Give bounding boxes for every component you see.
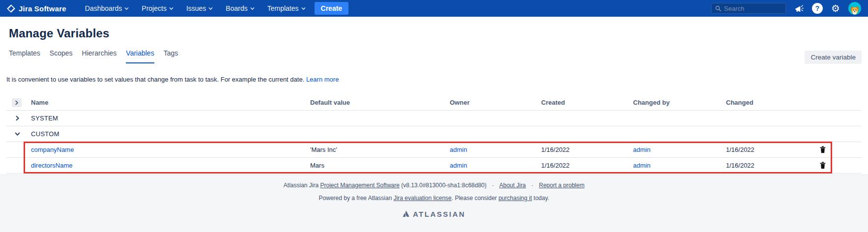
- tab-scopes[interactable]: Scopes: [50, 49, 73, 63]
- changed-by-link[interactable]: admin: [633, 162, 650, 169]
- atlassian-wordmark: ATLASSIAN: [413, 210, 465, 218]
- help-icon[interactable]: ?: [812, 3, 823, 14]
- delete-variable-button[interactable]: [819, 162, 826, 169]
- footer-version: (v8.13.0#813000-sha1:8c68d80): [401, 182, 486, 189]
- main-menu: Dashboards Projects Issues Boards Templa…: [85, 4, 306, 12]
- user-avatar[interactable]: [848, 2, 861, 15]
- table-header-row: Name Default value Owner Created Changed…: [6, 95, 862, 111]
- create-button[interactable]: Create: [315, 2, 349, 15]
- nav-dashboards-label: Dashboards: [85, 4, 122, 12]
- announcements-icon[interactable]: [794, 4, 804, 13]
- col-header-changed-by: Changed by: [633, 99, 726, 106]
- chevron-down-icon: [250, 6, 255, 11]
- chevron-down-icon: [169, 6, 174, 11]
- nav-projects-label: Projects: [142, 4, 167, 12]
- nav-dashboards[interactable]: Dashboards: [85, 4, 129, 12]
- chevron-down-icon: [301, 6, 306, 11]
- nav-boards[interactable]: Boards: [226, 4, 254, 12]
- default-value-cell: Mars: [310, 162, 450, 169]
- jira-logo-icon: [7, 4, 15, 13]
- changed-by-link[interactable]: admin: [633, 146, 650, 153]
- tab-templates[interactable]: Templates: [9, 49, 40, 63]
- page-footer: Atlassian Jira Project Management Softwa…: [0, 174, 868, 232]
- group-label-custom: CUSTOM: [31, 130, 310, 138]
- brand-label: Jira Software: [19, 4, 66, 13]
- nav-templates-label: Templates: [267, 4, 299, 12]
- nav-right-actions: ? ⚙: [711, 2, 861, 15]
- manage-variables-page: Manage Variables Create variable Templat…: [0, 17, 868, 174]
- tab-tags[interactable]: Tags: [164, 49, 178, 63]
- footer-today: today.: [534, 195, 550, 202]
- separator-dot: ·: [492, 182, 494, 189]
- create-variable-button[interactable]: Create variable: [805, 51, 862, 64]
- separator-dot: ·: [531, 182, 533, 189]
- gear-icon[interactable]: ⚙: [831, 3, 840, 13]
- jira-brand[interactable]: Jira Software: [7, 4, 66, 13]
- page-description: It is convenient to use variables to set…: [6, 76, 862, 83]
- trash-icon: [819, 146, 826, 153]
- chevron-down-icon: [124, 6, 129, 11]
- delete-variable-button[interactable]: [819, 146, 826, 153]
- expand-all-button[interactable]: [12, 98, 22, 107]
- tab-variables[interactable]: Variables: [126, 49, 154, 63]
- footer-line2: Powered by a free Atlassian Jira evaluat…: [0, 195, 868, 202]
- chevron-right-icon: [14, 100, 19, 105]
- changed-cell: 1/16/2022: [726, 162, 819, 169]
- footer-powered-by: Powered by a free Atlassian: [319, 195, 392, 202]
- page-title: Manage Variables: [9, 27, 862, 40]
- project-management-software-link[interactable]: Project Management Software: [320, 182, 400, 189]
- expand-system-button[interactable]: [15, 116, 31, 121]
- evaluation-license-link[interactable]: Jira evaluation license: [394, 195, 452, 202]
- about-jira-link[interactable]: About Jira: [499, 182, 526, 189]
- table-row-directorsname: directorsName Mars admin 1/16/2022 admin…: [6, 158, 862, 174]
- owner-link[interactable]: admin: [450, 146, 467, 153]
- col-header-default-value: Default value: [310, 99, 450, 106]
- nav-issues-label: Issues: [186, 4, 206, 12]
- tab-bar: Templates Scopes Hierarchies Variables T…: [9, 49, 862, 63]
- default-value-cell: 'Mars Inc': [310, 146, 450, 153]
- chevron-down-icon: [15, 131, 20, 137]
- trash-icon: [819, 162, 826, 169]
- atlassian-logo: ATLASSIAN: [0, 210, 868, 218]
- col-header-owner: Owner: [450, 99, 541, 106]
- group-row-custom: CUSTOM: [6, 126, 862, 142]
- col-header-created: Created: [541, 99, 633, 106]
- nav-boards-label: Boards: [226, 4, 247, 12]
- purchasing-it-link[interactable]: purchasing it: [498, 195, 532, 202]
- nav-issues[interactable]: Issues: [186, 4, 213, 12]
- group-row-system: SYSTEM: [6, 111, 862, 126]
- top-navigation: Jira Software Dashboards Projects Issues…: [0, 0, 868, 17]
- created-cell: 1/16/2022: [541, 146, 633, 153]
- chevron-down-icon: [208, 6, 213, 11]
- search-input[interactable]: [724, 5, 782, 12]
- nav-projects[interactable]: Projects: [142, 4, 174, 12]
- collapse-custom-button[interactable]: [15, 131, 31, 137]
- atlassian-mark-icon: [403, 210, 410, 218]
- col-header-name: Name: [31, 99, 310, 106]
- avatar-character: [850, 6, 860, 15]
- footer-consider: . Please consider: [452, 195, 497, 202]
- nav-templates[interactable]: Templates: [267, 4, 306, 12]
- owner-link[interactable]: admin: [450, 162, 467, 169]
- table-row-companyname: companyName 'Mars Inc' admin 1/16/2022 a…: [6, 142, 862, 158]
- col-header-changed: Changed: [726, 99, 819, 106]
- footer-line1: Atlassian Jira Project Management Softwa…: [0, 182, 868, 189]
- report-a-problem-link[interactable]: Report a problem: [539, 182, 584, 189]
- learn-more-link[interactable]: Learn more: [306, 76, 339, 83]
- variable-name-link[interactable]: directorsName: [31, 162, 73, 169]
- description-text: It is convenient to use variables to set…: [6, 76, 304, 83]
- created-cell: 1/16/2022: [541, 162, 633, 169]
- variables-table: Name Default value Owner Created Changed…: [6, 95, 862, 174]
- variable-name-link[interactable]: companyName: [31, 146, 74, 153]
- footer-app-name: Atlassian Jira: [284, 182, 318, 189]
- tab-hierarchies[interactable]: Hierarchies: [82, 49, 117, 63]
- search-icon: [715, 5, 721, 11]
- group-label-system: SYSTEM: [31, 115, 310, 122]
- changed-cell: 1/16/2022: [726, 146, 819, 153]
- global-search[interactable]: [711, 3, 786, 14]
- chevron-right-icon: [15, 116, 20, 121]
